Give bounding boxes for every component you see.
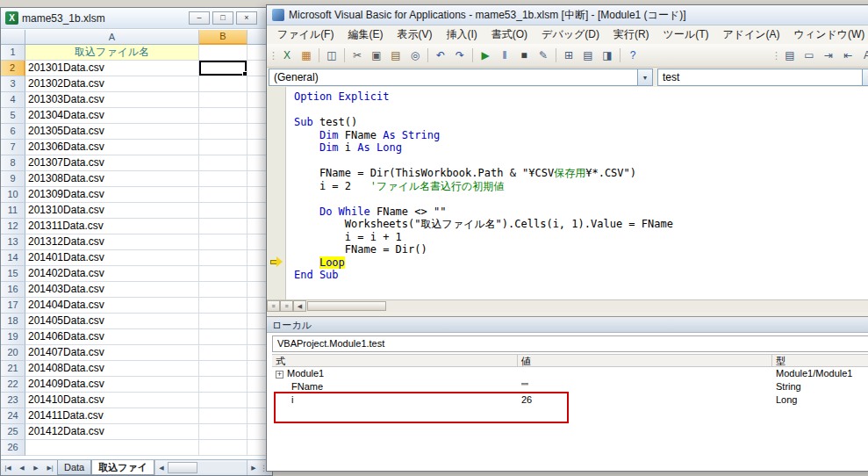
row-header-9[interactable]: 9 bbox=[1, 171, 25, 187]
row-header-13[interactable]: 13 bbox=[1, 234, 25, 250]
undo-icon[interactable]: ↶ bbox=[431, 47, 450, 64]
cell-A3[interactable]: 201302Data.csv bbox=[25, 76, 199, 92]
insert-userform-icon[interactable]: ▦ bbox=[297, 47, 316, 64]
row-header-8[interactable]: 8 bbox=[1, 155, 25, 171]
cell-B14[interactable] bbox=[199, 250, 247, 266]
cell-B19[interactable] bbox=[199, 329, 247, 345]
cell-A9[interactable]: 201308Data.csv bbox=[25, 171, 199, 187]
reset-icon[interactable]: ■ bbox=[514, 47, 534, 64]
cell-A7[interactable]: 201306Data.csv bbox=[25, 140, 199, 155]
run-icon[interactable]: ▶ bbox=[476, 47, 495, 64]
sheet-nav-prev[interactable]: ◀ bbox=[15, 460, 29, 475]
cell-A26[interactable] bbox=[25, 440, 199, 456]
cell-B26[interactable] bbox=[199, 440, 247, 456]
row-header-7[interactable]: 7 bbox=[1, 140, 25, 155]
cell-B10[interactable] bbox=[199, 187, 247, 203]
excel-titlebar[interactable]: X mame53_1b.xlsm – □ × bbox=[1, 8, 272, 29]
cell-B4[interactable] bbox=[199, 92, 247, 108]
menu-edit[interactable]: 編集(E) bbox=[341, 25, 390, 44]
minimize-button[interactable]: – bbox=[189, 11, 210, 25]
code-line-6[interactable] bbox=[294, 155, 868, 168]
procedure-view-button[interactable]: ≡ bbox=[267, 300, 280, 312]
break-icon[interactable]: ‖ bbox=[495, 47, 514, 64]
code-line-4[interactable]: Dim FName As String bbox=[294, 129, 868, 142]
cut-icon[interactable]: ✂ bbox=[348, 47, 367, 64]
cell-A18[interactable]: 201405Data.csv bbox=[25, 314, 199, 329]
cell-A1[interactable]: 取込ファイル名 bbox=[25, 45, 199, 61]
h-scrollbar-track[interactable] bbox=[197, 462, 247, 473]
list-properties-icon[interactable]: ▤ bbox=[780, 47, 800, 64]
row-header-6[interactable]: 6 bbox=[1, 124, 25, 140]
cell-B23[interactable] bbox=[199, 393, 247, 408]
row-header-24[interactable]: 24 bbox=[1, 408, 25, 424]
cell-A22[interactable]: 201409Data.csv bbox=[25, 377, 199, 393]
code-editor[interactable]: Option Explicit Sub test() Dim FName As … bbox=[286, 87, 868, 299]
row-header-10[interactable]: 10 bbox=[1, 187, 25, 203]
row-header-16[interactable]: 16 bbox=[1, 282, 25, 298]
expand-icon[interactable]: + bbox=[276, 371, 283, 379]
column-header-B[interactable]: B bbox=[199, 30, 247, 45]
cell-B2[interactable] bbox=[199, 61, 247, 76]
cell-B8[interactable] bbox=[199, 155, 247, 171]
cell-A25[interactable]: 201412Data.csv bbox=[25, 424, 199, 440]
cell-A14[interactable]: 201401Data.csv bbox=[25, 250, 199, 266]
cell-B11[interactable] bbox=[199, 203, 247, 219]
view-excel-icon[interactable]: X bbox=[277, 47, 297, 64]
locals-row-fname[interactable]: FName""String bbox=[272, 380, 868, 393]
cell-B17[interactable] bbox=[199, 298, 247, 314]
code-line-5[interactable]: Dim i As Long bbox=[294, 141, 868, 155]
tab-scroll-right-button[interactable]: ▶ bbox=[247, 460, 260, 475]
cell-A17[interactable]: 201404Data.csv bbox=[25, 298, 199, 314]
cell-B1[interactable] bbox=[199, 45, 247, 61]
code-line-7[interactable]: FName = Dir(ThisWorkbook.Path & "¥CSV保存用… bbox=[294, 167, 868, 180]
object-browser-icon[interactable]: ◨ bbox=[598, 47, 617, 64]
select-all-corner[interactable] bbox=[1, 30, 25, 45]
help-icon[interactable]: ? bbox=[623, 47, 642, 64]
redo-icon[interactable]: ↷ bbox=[450, 47, 470, 64]
column-header-A[interactable]: A bbox=[25, 30, 199, 45]
sheet-tab-torikomi[interactable]: 取込ファイ bbox=[91, 460, 154, 475]
find-icon[interactable]: ◎ bbox=[405, 47, 425, 64]
row-header-17[interactable]: 17 bbox=[1, 298, 25, 314]
tab-scroll-left-button[interactable]: ◀ bbox=[154, 460, 168, 475]
cell-B15[interactable] bbox=[199, 266, 247, 282]
row-header-5[interactable]: 5 bbox=[1, 108, 25, 124]
comment-block-icon[interactable]: A bbox=[857, 47, 868, 64]
row-header-2[interactable]: 2 bbox=[1, 61, 25, 76]
row-header-3[interactable]: 3 bbox=[1, 76, 25, 92]
sheet-nav-next[interactable]: ▶ bbox=[29, 460, 43, 475]
code-line-3[interactable]: Sub test() bbox=[294, 116, 868, 129]
menu-format[interactable]: 書式(O) bbox=[484, 25, 534, 44]
cell-A4[interactable]: 201303Data.csv bbox=[25, 92, 199, 108]
cell-A19[interactable]: 201406Data.csv bbox=[25, 329, 199, 345]
cell-B16[interactable] bbox=[199, 282, 247, 298]
row-header-1[interactable]: 1 bbox=[1, 45, 25, 61]
cell-B22[interactable] bbox=[199, 377, 247, 393]
properties-window-icon[interactable]: ▤ bbox=[578, 47, 598, 64]
margin-indicator-bar[interactable] bbox=[267, 87, 286, 299]
copy-icon[interactable]: ▣ bbox=[367, 47, 386, 64]
vba-titlebar[interactable]: Microsoft Visual Basic for Applications … bbox=[267, 5, 868, 25]
cell-A11[interactable]: 201310Data.csv bbox=[25, 203, 199, 219]
sheet-tab-data[interactable]: Data bbox=[57, 460, 91, 475]
cell-B5[interactable] bbox=[199, 108, 247, 124]
menu-window[interactable]: ウィンドウ(W) bbox=[787, 25, 868, 44]
locals-row-module1[interactable]: +Module1Module1/Module1 bbox=[272, 367, 868, 380]
row-header-19[interactable]: 19 bbox=[1, 329, 25, 345]
row-header-11[interactable]: 11 bbox=[1, 203, 25, 219]
cell-A15[interactable]: 201402Data.csv bbox=[25, 266, 199, 282]
row-header-23[interactable]: 23 bbox=[1, 393, 25, 408]
cell-B9[interactable] bbox=[199, 171, 247, 187]
menu-addins[interactable]: アドイン(A) bbox=[715, 25, 786, 44]
code-line-12[interactable]: i = i + 1 bbox=[294, 231, 868, 244]
save-icon[interactable]: ◫ bbox=[322, 47, 341, 64]
row-header-15[interactable]: 15 bbox=[1, 266, 25, 282]
cell-A6[interactable]: 201305Data.csv bbox=[25, 124, 199, 140]
cell-B20[interactable] bbox=[199, 345, 247, 361]
code-line-1[interactable]: Option Explicit bbox=[294, 90, 868, 104]
row-header-26[interactable]: 26 bbox=[1, 440, 25, 456]
chevron-down-icon[interactable]: ▼ bbox=[862, 69, 868, 85]
paste-icon[interactable]: ▤ bbox=[386, 47, 405, 64]
cell-A13[interactable]: 201312Data.csv bbox=[25, 234, 199, 250]
cell-A2[interactable]: 201301Data.csv bbox=[25, 61, 199, 76]
